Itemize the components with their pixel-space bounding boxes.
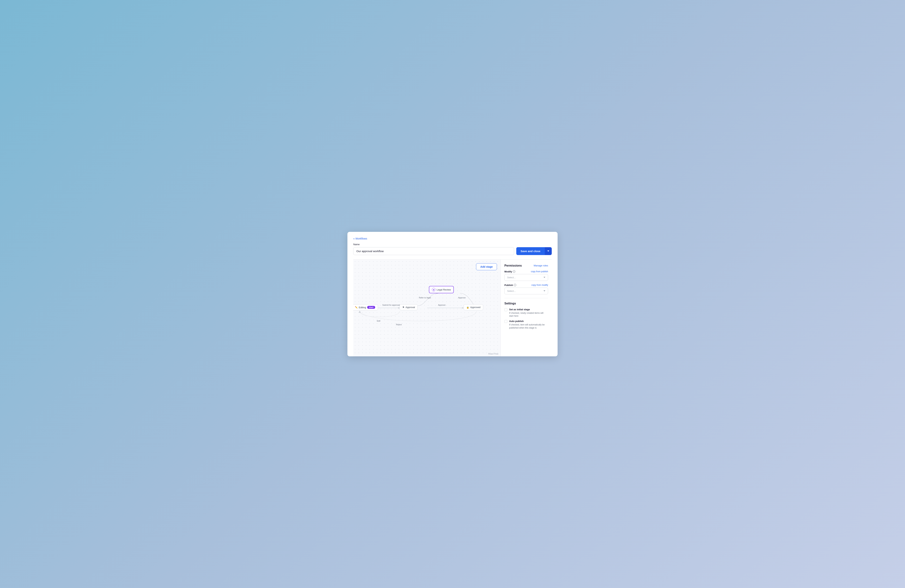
node-approval[interactable]: ⚑ Approval [400, 304, 418, 310]
flag-icon: ⚑ [402, 306, 405, 308]
modify-label: Modify i [504, 270, 515, 273]
initial-stage-row: Set as initial stage If checked, newly c… [504, 308, 548, 318]
circle-icon: ◉ [432, 288, 435, 291]
copy-from-publish-link[interactable]: copy from publish [531, 270, 548, 273]
settings-title: Settings [504, 302, 548, 305]
initial-stage-desc: If checked, newly created items will sta… [509, 311, 548, 318]
initial-stage-label: Set as initial stage [509, 308, 548, 311]
publish-label: Publish i [504, 284, 516, 286]
modify-info-icon[interactable]: i [513, 270, 515, 273]
workflow-canvas[interactable]: Add stage [353, 260, 500, 356]
auto-publish-row: Auto publish If checked, item will autom… [504, 320, 548, 329]
node-legal-review[interactable]: ◉ Legal Review [429, 286, 454, 293]
modify-chevron-icon [543, 277, 545, 278]
node-approved-label: Approved [470, 306, 481, 308]
publish-info-icon[interactable]: i [514, 284, 516, 286]
modify-placeholder: Select... [507, 276, 516, 279]
edge-label-edit: Edit [377, 320, 380, 322]
publish-select[interactable]: Select... [504, 288, 548, 294]
publish-header: Publish i copy from modify [504, 284, 548, 286]
save-btn-group: Save and close [516, 247, 552, 255]
name-row: Save and close [353, 247, 552, 255]
publish-permission-row: Publish i copy from modify Select... [504, 284, 548, 294]
node-editing-label: Editing [359, 306, 366, 309]
save-button[interactable]: Save and close [516, 247, 545, 255]
workflow-name-input[interactable] [353, 247, 514, 255]
auto-publish-checkbox[interactable] [504, 320, 507, 323]
edge-label-approve-legal: Approve [458, 297, 466, 299]
modify-header: Modify i copy from publish [504, 270, 548, 273]
lock-icon: 🔒 [467, 306, 469, 308]
modify-select[interactable]: Select... [504, 274, 548, 281]
chevron-down-icon [547, 251, 549, 251]
edge-label-submit: Submit for approval [382, 304, 400, 306]
modify-permission-row: Modify i copy from publish Select... [504, 270, 548, 281]
back-link[interactable]: « Workflows [353, 237, 367, 240]
right-panel: Permissions Manage roles Modify i copy f… [500, 260, 552, 356]
copy-from-modify-link[interactable]: copy from modify [532, 284, 548, 286]
node-approval-label: Approval [405, 306, 415, 308]
name-label: Name [353, 243, 552, 246]
permissions-header: Permissions Manage roles [504, 264, 548, 267]
permissions-title: Permissions [504, 264, 522, 267]
pencil-icon: ✏️ [355, 306, 358, 308]
node-legal-review-label: Legal Review [437, 288, 451, 291]
initial-stage-content: Set as initial stage If checked, newly c… [509, 308, 548, 318]
manage-roles-link[interactable]: Manage roles [533, 264, 548, 267]
add-stage-button[interactable]: Add stage [476, 263, 497, 270]
save-dropdown-button[interactable] [545, 247, 552, 255]
node-approved[interactable]: 🔒 Approved [464, 304, 483, 310]
content-area: Add stage [353, 259, 552, 356]
node-editing[interactable]: ✏️ Editing start [353, 304, 378, 310]
auto-publish-desc: If checked, item will automatically be p… [509, 323, 548, 329]
auto-publish-content: Auto publish If checked, item will autom… [509, 320, 548, 329]
publish-placeholder: Select... [507, 289, 516, 292]
publish-chevron-icon [543, 290, 545, 291]
edge-label-reject: Reject [396, 323, 402, 326]
react-flow-label: React Flow [488, 353, 499, 355]
start-badge: start [367, 306, 375, 309]
auto-publish-label: Auto publish [509, 320, 548, 323]
main-card: « Workflows Name Save and close Add stag… [348, 232, 557, 356]
edge-label-legal: Refer to legal [419, 297, 431, 299]
initial-stage-checkbox[interactable] [504, 308, 507, 311]
workflow-nodes: Submit for approval Refer to legal Appro… [353, 280, 491, 335]
edge-label-approve-direct: Approve [438, 304, 446, 306]
